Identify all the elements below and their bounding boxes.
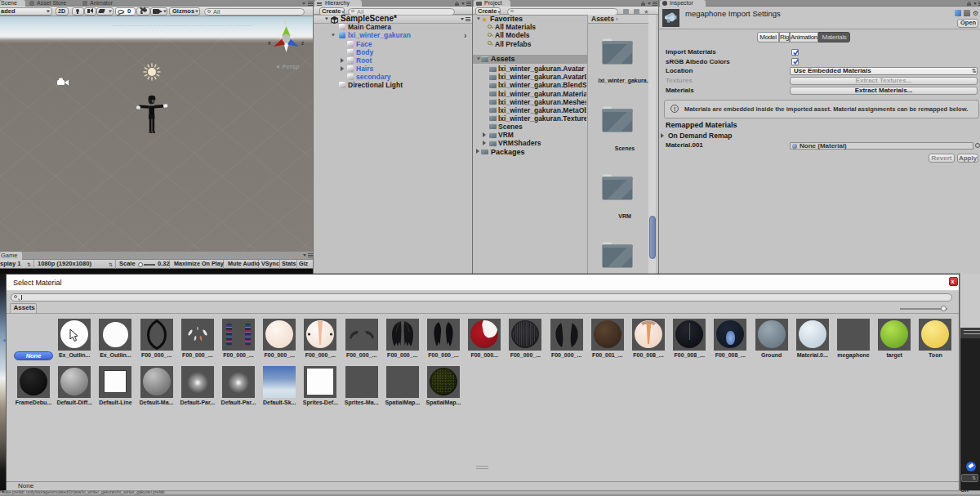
svg-text:x: x bbox=[268, 40, 271, 46]
svg-text:z: z bbox=[301, 40, 305, 46]
